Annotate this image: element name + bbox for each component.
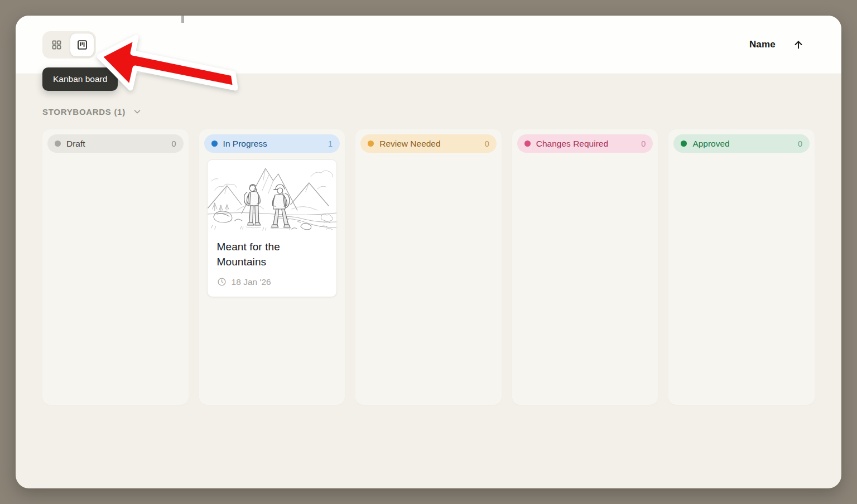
status-dot — [55, 140, 61, 147]
clock-icon — [217, 277, 227, 287]
card-title: Meant for the Mountains — [217, 240, 328, 270]
storyboard-card[interactable]: Meant for the Mountains 18 Jan '26 — [207, 159, 338, 297]
column-approved: Approved 0 — [668, 129, 815, 405]
section-header: STORYBOARDS (1) — [42, 106, 815, 117]
column-header-in-progress: In Progress 1 — [204, 134, 340, 153]
sort-direction-button[interactable] — [792, 38, 805, 51]
grid-view-button[interactable] — [44, 33, 69, 57]
column-in-progress: In Progress 1 — [199, 129, 345, 405]
section-collapse-button[interactable] — [132, 106, 142, 117]
section-title: STORYBOARDS (1) — [42, 107, 126, 117]
status-dot — [211, 140, 218, 147]
column-header-review-needed: Review Needed 0 — [360, 134, 497, 153]
column-count: 0 — [485, 139, 489, 148]
card-body: Meant for the Mountains 18 Jan '26 — [208, 232, 337, 297]
column-count: 0 — [798, 139, 802, 148]
column-count: 1 — [328, 139, 333, 148]
board-content: STORYBOARDS (1) Draft 0 — [16, 106, 841, 405]
card-thumbnail-illustration — [208, 160, 337, 232]
status-dot — [524, 140, 531, 147]
column-header-draft: Draft 0 — [47, 134, 184, 153]
column-header-changes-required: Changes Required 0 — [517, 134, 653, 153]
arrow-up-icon — [792, 38, 805, 51]
view-toggle — [42, 31, 96, 59]
kanban-board-tooltip: Kanban board — [42, 67, 118, 91]
toolbar: Name — [16, 16, 841, 74]
cursor-artifact — [181, 16, 184, 23]
status-dot — [681, 140, 687, 147]
column-name: Review Needed — [379, 139, 479, 149]
square-kanban-icon — [76, 39, 88, 51]
app-window: Name Kanban board STORYBOARDS (1) — [16, 16, 841, 488]
sort-label[interactable]: Name — [749, 39, 776, 50]
sort-control: Name — [749, 38, 805, 51]
column-name: Approved — [692, 139, 792, 149]
column-name: Changes Required — [536, 139, 636, 149]
column-count: 0 — [641, 139, 646, 148]
column-header-approved: Approved 0 — [673, 134, 810, 153]
column-name: In Progress — [223, 139, 323, 149]
column-changes-required: Changes Required 0 — [512, 129, 658, 405]
grid-view-icon — [51, 39, 62, 51]
kanban-board: Draft 0 In Progress 1 — [42, 129, 815, 405]
status-dot — [368, 140, 374, 147]
column-count: 0 — [172, 139, 176, 148]
column-name: Draft — [66, 139, 166, 149]
column-draft: Draft 0 — [42, 129, 189, 405]
chevron-down-icon — [132, 106, 142, 117]
card-date: 18 Jan '26 — [232, 277, 271, 287]
column-review-needed: Review Needed 0 — [355, 129, 502, 405]
card-date-row: 18 Jan '26 — [217, 277, 328, 287]
kanban-board-button[interactable] — [70, 33, 94, 57]
